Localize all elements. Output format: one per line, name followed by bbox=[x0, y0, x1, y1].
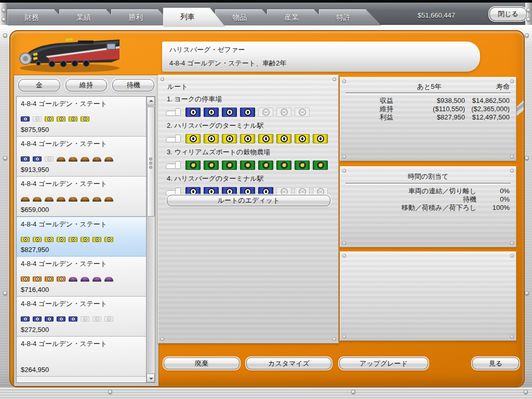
mail-car-icon bbox=[81, 237, 89, 242]
mail-car-icon bbox=[69, 116, 77, 122]
scroll-thumb[interactable] bbox=[147, 107, 155, 217]
train-list-item[interactable]: 4-8-4 ゴールデン・ステート$272,500 bbox=[17, 297, 146, 337]
screw-icon bbox=[510, 254, 514, 258]
train-list-item[interactable]: 4-8-4 ゴールデン・ステート$827,950 bbox=[17, 217, 146, 257]
maintenance-filter-button[interactable]: 維持 bbox=[65, 79, 108, 91]
customize-button[interactable]: カスタマイズ bbox=[246, 357, 331, 369]
stats-row-label: 収益 bbox=[347, 97, 393, 105]
train-list-item[interactable]: 4-8-4 ゴールデン・ステート$875,950 bbox=[17, 97, 146, 137]
car-cargo-disc bbox=[23, 237, 28, 242]
train-list-item[interactable]: 4-8-4 ゴールデン・ステート$264,950 bbox=[17, 337, 146, 377]
mail-car-icon bbox=[258, 134, 273, 143]
mail-car-icon bbox=[57, 237, 65, 242]
content-panel: ハリスバーグ・ゼファー 4-8-4 ゴールデン・ステート、車齢2年 ハリスバーグ… bbox=[9, 30, 525, 388]
empty-car-icon bbox=[33, 116, 42, 122]
time-row-label: 待機 bbox=[347, 195, 476, 204]
screw-icon bbox=[342, 254, 346, 258]
car-cargo-disc bbox=[23, 117, 28, 121]
scroll-up-button[interactable] bbox=[147, 97, 155, 105]
route-stop[interactable]: 3. ウィリアムズポートの穀物農場 bbox=[165, 148, 338, 171]
scrap-button[interactable]: 廃棄 bbox=[164, 357, 240, 369]
passenger-car-icon bbox=[21, 116, 30, 122]
time-row-value: 100% bbox=[476, 204, 510, 212]
divider bbox=[345, 92, 511, 95]
screw-icon bbox=[342, 79, 346, 83]
idle-filter-button[interactable]: 待機 bbox=[112, 79, 154, 91]
consist-icons bbox=[21, 114, 142, 121]
bulk-load-icon bbox=[57, 197, 65, 202]
route-stop[interactable]: 2. ハリスバーグのターミナル駅 bbox=[165, 121, 338, 144]
car-cargo-disc bbox=[35, 157, 39, 161]
bulk-load-icon bbox=[81, 157, 89, 162]
passenger-car-icon bbox=[21, 156, 30, 162]
bulk-load-icon bbox=[69, 157, 77, 162]
car-cargo-disc bbox=[299, 162, 306, 169]
time-allocation-body: 車両の連結／切り離し0%待機0%移動／荷積み／荷下ろし100% bbox=[340, 187, 516, 212]
train-list-item[interactable]: 4-8-4 ゴールデン・ステート$913,950 bbox=[17, 137, 146, 177]
stats-col-header: 寿命 bbox=[465, 83, 510, 91]
train-profit: $659,000 bbox=[21, 206, 142, 214]
locomotive-icon bbox=[165, 161, 183, 169]
passenger-car-icon bbox=[240, 108, 255, 117]
route-edit-button[interactable]: ルートのエディット bbox=[167, 195, 330, 206]
top-tab-bar: 財務業績勝利列車物品産業特許 $51,660,447 閉じる bbox=[0, 3, 532, 26]
car-cargo-disc bbox=[83, 117, 87, 121]
stats-five-year-value: ($110,550) bbox=[393, 105, 465, 113]
screw-icon bbox=[510, 335, 514, 338]
route-stop[interactable]: 1. ヨークの停車場 bbox=[165, 95, 338, 118]
time-row-value: 0% bbox=[476, 195, 510, 204]
screw-icon bbox=[510, 79, 514, 83]
consist-icons bbox=[21, 194, 142, 201]
train-name: 4-8-4 ゴールデン・ステート bbox=[21, 220, 142, 229]
stop-name: 3. ウィリアムズポートの穀物農場 bbox=[167, 148, 338, 157]
grain-car-icon bbox=[258, 161, 273, 170]
screw-icon bbox=[342, 169, 346, 172]
screw-icon bbox=[161, 77, 164, 81]
car-cargo-disc bbox=[71, 237, 75, 242]
train-list-scrollbar[interactable] bbox=[146, 97, 155, 382]
upgrade-button[interactable]: アップグレード bbox=[339, 357, 428, 369]
car-cargo-disc bbox=[281, 135, 288, 142]
route-stop[interactable]: 4. ハリスバーグのターミナル駅 bbox=[165, 174, 338, 197]
time-row-label: 車両の連結／切り離し bbox=[347, 187, 476, 195]
view-button[interactable]: 見る bbox=[472, 357, 519, 369]
car-cargo-disc bbox=[35, 277, 39, 281]
mail-car-icon bbox=[92, 237, 101, 242]
car-cargo-disc bbox=[208, 109, 215, 116]
bulk-load-icon bbox=[69, 197, 77, 202]
stop-consist bbox=[165, 107, 338, 118]
grain-car-icon bbox=[185, 161, 201, 170]
car-cargo-disc bbox=[47, 157, 51, 161]
train-profit: $272,500 bbox=[21, 326, 142, 334]
stats-col-header: あと5年 bbox=[393, 83, 465, 91]
train-name: 4-8-4 ゴールデン・ステート bbox=[21, 299, 142, 309]
locomotive-icon bbox=[165, 135, 183, 143]
car-cargo-disc bbox=[299, 188, 306, 195]
stats-lifetime-value: $12,497,500 bbox=[465, 113, 510, 122]
route-title: ルート bbox=[167, 82, 338, 91]
bulk-load-icon bbox=[104, 157, 113, 162]
train-profit: $875,950 bbox=[21, 126, 142, 134]
train-list-item[interactable]: 4-8-4 ゴールデン・ステート$659,000 bbox=[17, 177, 146, 217]
car-cargo-disc bbox=[281, 162, 288, 169]
bulk-load-icon bbox=[92, 277, 101, 282]
route-stops: 1. ヨークの停車場2. ハリスバーグのターミナル駅3. ウィリアムズポートの穀… bbox=[158, 95, 338, 197]
stats-body: 収益$938,500$14,862,500維持($110,550)($2,365… bbox=[340, 97, 516, 122]
train-name: 4-8-4 ゴールデン・ステート bbox=[21, 259, 142, 269]
cargo-car-icon bbox=[57, 276, 65, 282]
tab-patents[interactable]: 特許 bbox=[319, 9, 381, 25]
screw-icon bbox=[524, 390, 528, 394]
scroll-down-button[interactable] bbox=[147, 374, 155, 382]
car-cargo-disc bbox=[59, 317, 63, 321]
money-filter-button[interactable]: 金 bbox=[18, 79, 60, 91]
close-button[interactable]: 閉じる bbox=[489, 7, 527, 21]
screw-icon bbox=[526, 17, 530, 21]
train-status-clipped: ハリスバーグ・ゼファーは現在穀物を降ろしています bbox=[169, 68, 480, 72]
train-list-item[interactable]: 4-8-4 ゴールデン・ステート$716,400 bbox=[17, 257, 146, 297]
car-cargo-disc bbox=[190, 135, 197, 142]
train-profit: $264,950 bbox=[21, 366, 142, 374]
consist-icons bbox=[21, 154, 142, 161]
grain-car-icon bbox=[313, 161, 328, 170]
screw-icon bbox=[510, 169, 514, 172]
screw-icon bbox=[2, 8, 6, 12]
